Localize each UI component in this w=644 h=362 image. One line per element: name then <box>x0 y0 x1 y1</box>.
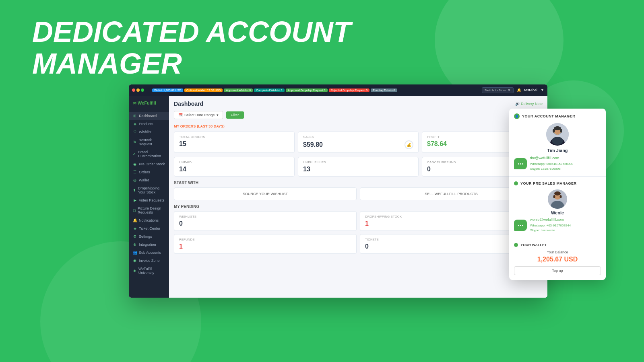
date-placeholder: Select Date Range <box>184 113 215 117</box>
chat-dot-3 <box>522 163 523 165</box>
unpaid-value: 14 <box>179 166 289 173</box>
top-up-button[interactable]: Top up <box>514 266 601 275</box>
start-with-title: START WITH <box>174 181 543 185</box>
sidebar-item-products[interactable]: ◈ Products <box>129 120 169 128</box>
user-chevron-icon: ▼ <box>541 88 544 92</box>
sales-icon: 💰 <box>405 140 413 149</box>
refunds-pending-card: REFUNDS 1 <box>174 234 357 254</box>
sidebar: ≋ WeFulfill ⊞ Dashboard ◈ Products ♡ Wis… <box>129 96 169 298</box>
restock-icon: ↻ <box>133 140 137 144</box>
settings-icon: ⚙ <box>133 234 137 239</box>
sidebar-item-university[interactable]: ◈ WeFulfill University <box>129 265 169 277</box>
sidebar-item-wallet[interactable]: ◎ Wallet <box>129 176 169 184</box>
svg-point-8 <box>560 129 562 133</box>
filter-button[interactable]: Filter <box>226 111 244 119</box>
sidebar-item-notifications[interactable]: 🔔 Notifications <box>129 216 169 224</box>
ticket-icon: ◈ <box>133 226 137 230</box>
unfulfilled-card: UNFULFILLED 13 <box>298 157 419 177</box>
start-with-section: START WITH SOURCE YOUR WISHLIST SELL WEF… <box>174 181 543 200</box>
account-manager-whatsapp: Whatsapp: 008618157626908 <box>530 162 573 167</box>
unpaid-card: UNPAID 14 <box>174 157 295 177</box>
wallet-header: YOUR WALLET <box>514 243 601 247</box>
source-wishlist-card[interactable]: SOURCE YOUR WISHLIST <box>174 187 357 200</box>
close-button[interactable] <box>132 88 135 92</box>
sidebar-item-dashboard[interactable]: ⊞ Dashboard <box>129 112 169 120</box>
pre-sales-manager-name: Wenie <box>514 210 601 215</box>
notification-icon[interactable]: 🔔 <box>517 88 521 92</box>
stat-label: UNFULFILLED <box>303 160 413 164</box>
minimize-button[interactable] <box>136 88 140 92</box>
sidebar-item-integration[interactable]: ⊕ Integration <box>129 241 169 249</box>
sidebar-label: Dropshipping Your Stock <box>138 186 165 194</box>
sidebar-item-subaccounts[interactable]: 👥 Sub Accounts <box>129 249 169 257</box>
sidebar-item-preorder[interactable]: ◉ Pre Order Stock <box>129 160 169 168</box>
sidebar-item-brand[interactable]: ✓ Brand Customization <box>129 148 169 160</box>
pending-title: MY PENDING <box>174 204 543 209</box>
wallet-balance-label: Your Balance <box>514 250 601 254</box>
pre-sales-dot-2 <box>520 225 521 226</box>
pre-sales-dot-3 <box>522 225 523 226</box>
stats-row: TOTAL ORDERS 15 SALES $59.80 💰 PROFIT $7… <box>174 132 543 153</box>
pre-sales-section: YOUR PRE SALES MANAGER Wenie <box>509 177 606 238</box>
rejected-dropship-badge: Rejected Dropship Request 0 <box>329 88 369 92</box>
account-manager-avatar <box>546 123 569 146</box>
second-stats-row: UNPAID 14 UNFULFILLED 13 CANCEL/REFUND 0 <box>174 157 543 177</box>
sidebar-item-orders[interactable]: ☰ Orders <box>129 168 169 176</box>
sidebar-item-wishlist[interactable]: ♡ Wishlist <box>129 128 169 136</box>
account-manager-contacts: tim@wefullfill.com Whatsapp: 00861815762… <box>530 156 573 171</box>
orders-label: MY ORDERS <box>174 124 196 128</box>
pre-sales-avatar-svg <box>548 189 567 209</box>
sidebar-item-restock[interactable]: ↻ Restock Request <box>129 136 169 148</box>
top-bar-right: Switch to Store ▼ 🔔 testAbel ▼ <box>482 87 544 93</box>
wishlists-pending-card: WISHLISTS 0 <box>174 211 357 231</box>
calendar-icon: 📅 <box>178 113 183 117</box>
sidebar-item-picture[interactable]: ◻ Picture Design Requests <box>129 204 169 216</box>
invoice-icon: ◉ <box>133 259 137 263</box>
sidebar-item-invoice[interactable]: ◉ Invoice Zone <box>129 257 169 265</box>
maximize-button[interactable] <box>141 88 144 92</box>
pending-label: REFUNDS <box>179 238 351 241</box>
pre-sales-whatsapp: Whatsapp: +63-9157003944 <box>530 223 571 228</box>
sidebar-label: Invoice Zone <box>139 259 160 263</box>
sidebar-item-video[interactable]: ▶ Video Requests <box>129 196 169 204</box>
preorder-icon: ◉ <box>133 162 137 166</box>
sidebar-item-settings[interactable]: ⚙ Settings <box>129 232 169 241</box>
chat-dot-2 <box>520 163 521 165</box>
chevron-down-icon: ▼ <box>508 88 511 92</box>
chat-icon <box>514 158 527 169</box>
sidebar-item-ticket[interactable]: ◈ Ticket Center <box>129 224 169 232</box>
svg-point-3 <box>552 137 563 145</box>
pre-sales-contact-row: wenie@wefullfill.com Whatsapp: +63-91570… <box>514 218 601 233</box>
subaccounts-icon: 👥 <box>133 251 137 255</box>
pre-sales-contacts: wenie@wefullfill.com Whatsapp: +63-91570… <box>530 218 571 233</box>
pre-sales-header: YOUR PRE SALES MANAGER <box>514 181 601 185</box>
approved-dropship-badge: Approved Dropship Request 1 <box>286 88 328 92</box>
sidebar-label: WeFulfill University <box>138 267 165 275</box>
svg-point-13 <box>553 195 555 198</box>
dropshipping-icon: ⬆ <box>133 188 136 192</box>
pre-sales-manager-avatar <box>548 189 567 209</box>
sidebar-label: Picture Design Requests <box>138 206 165 214</box>
date-range-select[interactable]: 📅 Select Date Range ▾ <box>174 111 223 119</box>
window-controls <box>132 88 144 92</box>
pre-sales-chat-dots <box>518 225 523 226</box>
filter-row: 📅 Select Date Range ▾ Filter <box>174 111 543 119</box>
university-icon: ◈ <box>133 269 136 273</box>
sidebar-label: Brand Customization <box>138 150 165 158</box>
account-icon: 👤 <box>514 113 520 119</box>
account-manager-email: tim@wefullfill.com <box>530 156 573 160</box>
switch-store-button[interactable]: Switch to Store ▼ <box>482 87 514 93</box>
unfulfilled-value: 13 <box>303 166 413 173</box>
dashboard-icon: ⊞ <box>133 114 137 118</box>
sidebar-item-dropshipping[interactable]: ⬆ Dropshipping Your Stock <box>129 184 169 196</box>
wallet-dot <box>514 243 518 247</box>
sales-amount: $59.80 <box>303 141 323 148</box>
main-content: Dashboard 🔊 Delivery Note 📅 Select Date … <box>169 96 547 298</box>
stat-label: UNPAID <box>179 160 289 164</box>
sidebar-label: Restock Request <box>139 138 165 146</box>
wishlists-value: 0 <box>179 220 351 227</box>
delivery-note: 🔊 Delivery Note <box>515 102 543 106</box>
account-manager-section: 👤 YOUR ACCOUNT MANAGER <box>509 109 606 177</box>
sidebar-label: Sub Accounts <box>139 251 161 255</box>
brand-icon: ✓ <box>133 152 136 156</box>
